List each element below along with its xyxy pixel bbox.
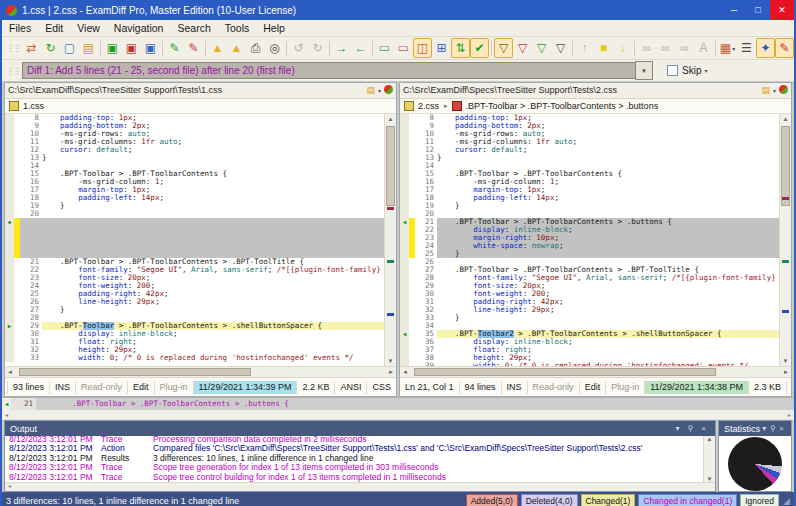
- code-line[interactable]: 17 margin-top: 1px;: [400, 186, 780, 194]
- menu-tools[interactable]: Tools: [218, 21, 257, 35]
- scroll-right-icon[interactable]: ►: [783, 369, 789, 375]
- compare-files-icon[interactable]: ⇄: [22, 38, 41, 58]
- diff-mark-changed[interactable]: [387, 207, 394, 210]
- redo-icon[interactable]: ↻: [308, 38, 327, 58]
- code-line[interactable]: 30 display: inline-block;: [5, 330, 385, 338]
- code-line[interactable]: 9 padding-bottom: 2px;: [5, 122, 385, 130]
- current-diff-line[interactable]: ◀ 21 .BPT-Toolbar > .BPT-ToolbarContents…: [2, 398, 794, 410]
- first-file-code-area[interactable]: 8 padding-top: 1px;9 padding-bottom: 2px…: [5, 114, 396, 365]
- panel-close-icon[interactable]: ×: [697, 424, 710, 433]
- maximize-button[interactable]: □: [746, 0, 770, 20]
- open-file-dropdown-icon[interactable]: ▾: [773, 87, 776, 94]
- plugins-icon[interactable]: ✦: [756, 38, 775, 58]
- code-line[interactable]: 9 padding-bottom: 2px;: [400, 122, 780, 130]
- diff-mark-changed[interactable]: [782, 197, 789, 200]
- edit-second-icon[interactable]: ✎: [184, 38, 203, 58]
- auto-recompare-icon[interactable]: ✔: [470, 38, 489, 58]
- code-line[interactable]: 16 -ms-grid-column: 1;: [400, 178, 780, 186]
- code-line[interactable]: 37 float: right;: [400, 346, 780, 354]
- diff-mark-current[interactable]: [387, 313, 394, 316]
- snapshot-second-icon[interactable]: ▲: [227, 38, 246, 58]
- code-line[interactable]: 13}: [400, 154, 780, 162]
- current-diff-icon[interactable]: ■: [594, 38, 613, 58]
- open-file-dropdown-icon[interactable]: ▾: [378, 87, 381, 94]
- menu-edit[interactable]: Edit: [38, 21, 70, 35]
- code-line[interactable]: 23 font-size: 20px;: [5, 274, 385, 282]
- find-previous-icon[interactable]: ∞: [675, 38, 694, 58]
- code-line[interactable]: [5, 242, 385, 250]
- scroll-up-icon[interactable]: ▲: [780, 114, 791, 124]
- code-line[interactable]: 11 -ms-grid-columns: 1fr auto;: [400, 138, 780, 146]
- undo-icon[interactable]: ↺: [289, 38, 308, 58]
- sync-scrolling-icon[interactable]: ⇅: [451, 38, 470, 58]
- first-file-vertical-scrollbar[interactable]: ▲ ▼: [384, 114, 396, 365]
- grid-view-icon[interactable]: ⊞: [432, 38, 451, 58]
- breadcrumb[interactable]: .BPT-Toolbar > .BPT-ToolbarContents > .b…: [466, 101, 659, 111]
- code-line[interactable]: 24 white-space: nowrap;: [400, 242, 780, 250]
- previous-diff-icon[interactable]: ↑: [575, 38, 594, 58]
- code-line[interactable]: ◀21 .BPT-Toolbar > .BPT-ToolbarContents …: [400, 218, 780, 226]
- output-horizontal-scrollbar[interactable]: ◄: [5, 482, 715, 491]
- scrollbar-thumb[interactable]: [781, 126, 790, 206]
- code-line[interactable]: 14: [5, 162, 385, 170]
- print-icon[interactable]: ⎙: [246, 38, 265, 58]
- close-button[interactable]: ✕: [770, 0, 794, 20]
- show-first-pane-icon[interactable]: ▭: [375, 38, 394, 58]
- panel-pin-icon[interactable]: ⚲: [684, 424, 697, 433]
- copy-to-left-icon[interactable]: ←: [351, 38, 370, 58]
- diff-mark-added[interactable]: [387, 260, 394, 263]
- diff-mark-current[interactable]: [782, 310, 789, 313]
- skip-dropdown-icon[interactable]: ▾: [704, 67, 707, 74]
- find-next-icon[interactable]: ∞: [656, 38, 675, 58]
- code-line[interactable]: 15 .BPT-Toolbar > .BPT-ToolbarContents {: [5, 170, 385, 178]
- scroll-left-icon[interactable]: ◄: [7, 369, 13, 375]
- scroll-up-icon[interactable]: ▲: [385, 114, 396, 124]
- code-line[interactable]: 33 width: 0; /* 0 is replaced during 'ho…: [5, 354, 385, 362]
- code-line[interactable]: 33 }: [400, 314, 780, 322]
- code-line[interactable]: 25 }: [400, 250, 780, 258]
- code-line[interactable]: 15 .BPT-Toolbar > .BPT-ToolbarContents {: [400, 170, 780, 178]
- menu-help[interactable]: Help: [256, 21, 292, 35]
- split-view-icon[interactable]: ◫: [413, 38, 432, 58]
- scrollbar-thumb[interactable]: [19, 368, 251, 377]
- code-line[interactable]: ◆: [5, 218, 385, 226]
- code-line[interactable]: 20: [400, 210, 780, 218]
- open-file-icon[interactable]: ▤: [366, 85, 375, 95]
- menu-files[interactable]: Files: [2, 21, 38, 35]
- code-line[interactable]: 32 line-height: 29px;: [400, 306, 780, 314]
- code-line[interactable]: 38 height: 29px;: [400, 354, 780, 362]
- resize-grip[interactable]: ◢: [783, 496, 790, 506]
- snapshot-first-icon[interactable]: ▲: [208, 38, 227, 58]
- current-diff-combobox[interactable]: Diff 1: Add 5 lines (21 - 25, second fil…: [22, 62, 635, 79]
- second-file-tab[interactable]: 2.css: [418, 101, 439, 111]
- code-line[interactable]: 28 font-family: "Segoe UI", Arial, sans-…: [400, 274, 780, 282]
- save-first-icon[interactable]: ▣: [103, 38, 122, 58]
- code-line[interactable]: 12 cursor: default;: [5, 146, 385, 154]
- diff-combobox-dropdown-icon[interactable]: ▾: [635, 61, 653, 80]
- next-diff-icon[interactable]: ↓: [613, 38, 632, 58]
- code-line[interactable]: 19 }: [400, 202, 780, 210]
- dropdown-icon[interactable]: ▾: [732, 45, 735, 52]
- scroll-up-icon[interactable]: ▲: [707, 436, 713, 442]
- output-row[interactable]: 8/12/2023 3:12:01 PMTraceScope tree cont…: [5, 473, 703, 483]
- code-line[interactable]: 18 padding-left: 14px;: [400, 194, 780, 202]
- image-options-icon[interactable]: ▦▾: [718, 38, 737, 58]
- code-line[interactable]: [5, 234, 385, 242]
- code-line[interactable]: 19 }: [5, 202, 385, 210]
- menu-navigation[interactable]: Navigation: [107, 21, 171, 35]
- code-line[interactable]: [5, 250, 385, 258]
- scroll-right-icon[interactable]: ►: [787, 412, 792, 418]
- code-line[interactable]: 28: [5, 314, 385, 322]
- scroll-right-icon[interactable]: ►: [388, 369, 394, 375]
- scroll-down-icon[interactable]: ▼: [385, 356, 396, 366]
- code-line[interactable]: 25 padding-right: 42px;: [5, 290, 385, 298]
- minimize-button[interactable]: ─: [722, 0, 746, 20]
- code-line[interactable]: ◀35 .BPT-Toolbar2 > .BPT-ToolbarContents…: [400, 330, 780, 338]
- diffbar-grip[interactable]: ⋮⋮: [6, 66, 20, 76]
- code-line[interactable]: 27 .BPT-Toolbar > .BPT-ToolbarContents >…: [400, 266, 780, 274]
- edit-first-icon[interactable]: ✎: [165, 38, 184, 58]
- panel-dropdown-icon[interactable]: ▾: [671, 424, 684, 433]
- code-line[interactable]: 17 margin-top: 1px;: [5, 186, 385, 194]
- code-line[interactable]: 31 padding-right: 42px;: [400, 298, 780, 306]
- code-line[interactable]: 14: [400, 162, 780, 170]
